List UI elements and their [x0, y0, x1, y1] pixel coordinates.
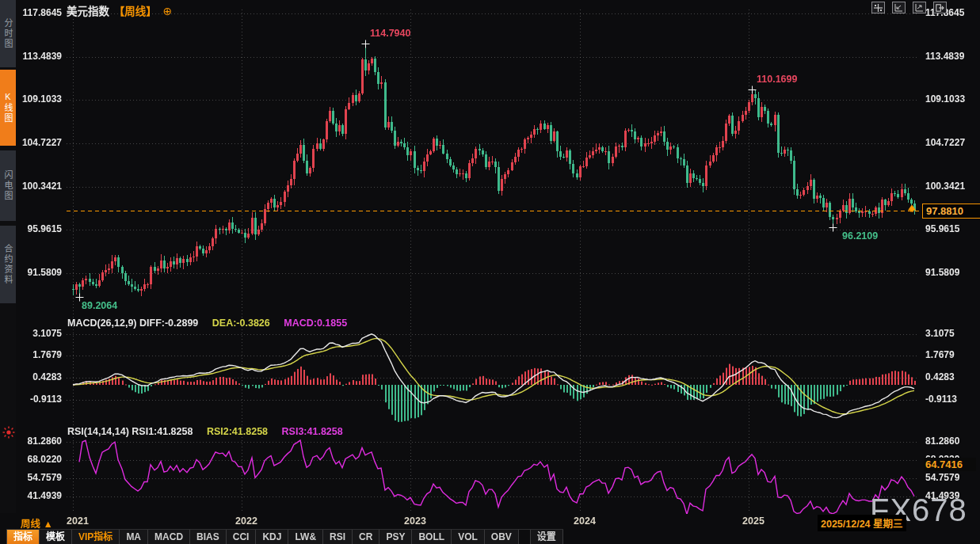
price-axis-label-right: 109.1033 [925, 93, 978, 105]
chart-window: 分时图K线图闪电图合约资料 美元指数 【周线】 ⊕ MACD(26,12,9) … [0, 0, 980, 544]
price-axis-label-left: 91.5809 [16, 267, 62, 278]
sidebar-tab-1[interactable]: 分时图 [0, 0, 16, 67]
toolbar-button-VOL[interactable]: VOL [452, 530, 485, 544]
xaxis-year-label: 2022 [221, 515, 272, 527]
xaxis-year-label: 2025 [728, 515, 779, 527]
rsi-axis-label-left: 68.0220 [16, 454, 62, 465]
toolbar-button-指标[interactable]: 指标 [6, 530, 40, 544]
indicator-toolbar: 指标模板VIP指标MAMACDBIASCCIKDJLW&RSICRPSYBOLL… [6, 529, 563, 544]
price-axis-label-left: 109.1033 [16, 93, 62, 105]
cursor-date-label: 2025/12/24 星期三 [818, 515, 906, 531]
toolbar-button-设置[interactable]: 设置 [530, 530, 563, 544]
macd-axis-label-right: 0.4283 [925, 371, 978, 382]
timeframe-tag: 【周线】 [114, 6, 157, 17]
rsi-axis-label-right: 81.2860 [925, 436, 978, 447]
zoom-out-icon[interactable] [892, 2, 906, 13]
sidebar-tab-2[interactable]: K线图 [0, 70, 16, 146]
chart-canvas[interactable] [0, 0, 980, 544]
red-burst-icon [2, 426, 15, 442]
price-axis-label-left: 95.9615 [16, 223, 62, 234]
price-axis-label-left: 117.8645 [16, 7, 62, 18]
toolbar-button-MA[interactable]: MA [120, 530, 148, 544]
price-annotation: 110.1699 [757, 74, 797, 85]
macd-axis-label-right: 3.1075 [925, 328, 978, 339]
sidebar-tab-4[interactable]: 合约资料 [0, 226, 16, 303]
xaxis-year-label: 2023 [390, 515, 440, 527]
toolbar-button-PSY[interactable]: PSY [379, 530, 412, 544]
price-axis-label-left: 113.4839 [16, 51, 62, 62]
price-axis-label-right: 91.5809 [925, 267, 978, 278]
rsi-axis-label-left: 41.4939 [16, 490, 62, 501]
toolbar-button-LW&[interactable]: LW& [288, 530, 323, 544]
rsi-axis-label-left: 54.7579 [16, 472, 62, 483]
price-axis-label-right: 100.3421 [925, 181, 978, 192]
toolbar-button-KDJ[interactable]: KDJ [256, 530, 288, 544]
chart-title: 美元指数 【周线】 ⊕ [67, 2, 172, 18]
symbol-name: 美元指数 [67, 6, 109, 17]
expand-icon[interactable]: ⊕ [163, 5, 173, 17]
rsi1-value: RSI(14,14,14) RSI1:41.8258 [67, 426, 193, 437]
toolbar-button-OBV[interactable]: OBV [485, 530, 519, 544]
price-annotation: 96.2109 [842, 230, 878, 242]
rsi-axis-label-left: 81.2860 [16, 436, 62, 447]
toolbar-button-模板[interactable]: 模板 [40, 530, 72, 544]
macd-axis-label-left: -0.9113 [16, 394, 62, 405]
price-axis-label-right: 95.9615 [925, 223, 978, 234]
toolbar-button-VIP指标[interactable]: VIP指标 [72, 530, 120, 544]
rsi-axis-label-right: 54.7579 [925, 472, 978, 483]
sidebar-tab-3[interactable]: 闪电图 [0, 150, 16, 221]
toolbar-button-MACD[interactable]: MACD [148, 530, 190, 544]
rsi-axis-highlight-badge: 64.7416 [924, 458, 976, 471]
macd-diff-value: MACD(26,12,9) DIFF:-0.2899 [67, 318, 198, 329]
exit-fullscreen-icon[interactable] [933, 2, 947, 13]
rsi-header: RSI(14,14,14) RSI1:41.8258 RSI2:41.8258 … [67, 426, 343, 437]
price-annotation: 114.7940 [370, 28, 410, 39]
toolbar-button-CR[interactable]: CR [353, 530, 379, 544]
price-axis-label-left: 104.7227 [16, 137, 62, 148]
current-price-badge: 97.8810 [922, 204, 980, 219]
macd-axis-label-left: 3.1075 [16, 328, 62, 339]
rsi3-value: RSI3:41.8258 [282, 426, 343, 437]
chart-toolbar-icons [871, 2, 947, 13]
macd-header: MACD(26,12,9) DIFF:-0.2899 DEA:-0.3826 M… [67, 318, 347, 329]
price-annotation: 89.2064 [82, 300, 117, 311]
macd-axis-label-right: 1.7679 [925, 349, 978, 360]
macd-axis-label-left: 1.7679 [16, 349, 62, 360]
price-axis-label-right: 104.7227 [925, 137, 978, 148]
rsi2-value: RSI2:41.8258 [207, 426, 268, 437]
price-axis-label-left: 100.3421 [16, 181, 62, 192]
macd-dea-value: DEA:-0.3826 [212, 318, 270, 329]
toolbar-button-RSI[interactable]: RSI [323, 530, 353, 544]
toolbar-button-CCI[interactable]: CCI [227, 530, 257, 544]
macd-bar-value: MACD:0.1855 [284, 318, 347, 329]
toolbar-button-BOLL[interactable]: BOLL [412, 530, 452, 544]
xaxis-year-label: 2024 [559, 515, 610, 527]
price-axis-label-right: 113.4839 [925, 51, 978, 62]
macd-axis-label-right: -0.9113 [925, 394, 978, 405]
toolbar-button-BIAS[interactable]: BIAS [190, 530, 227, 544]
zoom-in-icon[interactable] [913, 2, 926, 13]
xaxis-year-label: 2021 [52, 515, 103, 527]
macd-axis-label-left: 0.4283 [16, 371, 62, 382]
pan-crosshair-icon[interactable] [871, 2, 885, 13]
